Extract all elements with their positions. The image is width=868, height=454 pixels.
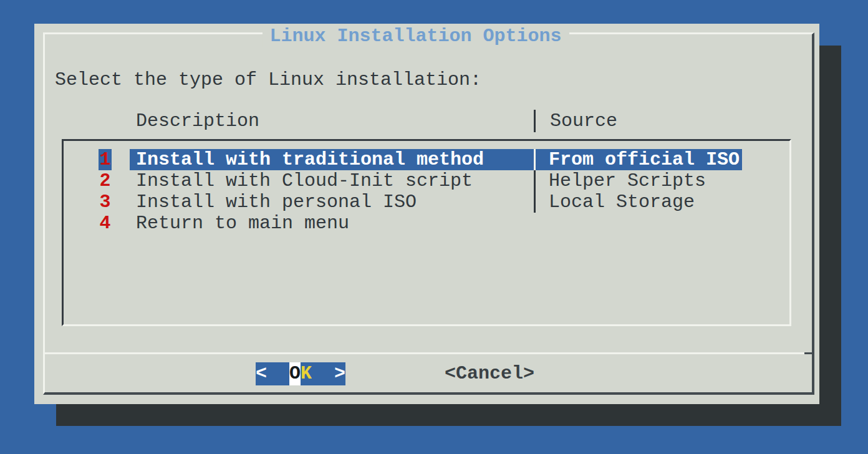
menu-item-tag: 4 bbox=[99, 213, 112, 234]
column-header-source: Source bbox=[550, 110, 617, 132]
menu-item-tag: 1 bbox=[99, 149, 112, 170]
row-column-separator bbox=[534, 170, 536, 191]
menu-item-tag: 3 bbox=[99, 191, 112, 213]
menu-item-source: Local Storage bbox=[549, 191, 695, 213]
menu-item-row-4[interactable]: 4 Return to main menu bbox=[64, 213, 789, 234]
ok-close-bracket: > bbox=[334, 362, 345, 385]
menu-item-row-2[interactable]: 2 Install with Cloud-Init script Helper … bbox=[64, 170, 789, 191]
button-area-separator bbox=[43, 352, 814, 354]
menu-item-source: Helper Scripts bbox=[549, 170, 706, 191]
menu-item-description: Install with traditional method bbox=[136, 149, 484, 170]
dialog-title: Linux Installation Options bbox=[262, 26, 569, 47]
terminal-screen: Linux Installation Options Select the ty… bbox=[0, 0, 868, 454]
ok-button[interactable]: < O K > bbox=[256, 362, 345, 385]
row-column-separator bbox=[534, 149, 536, 170]
column-header-description: Description bbox=[136, 110, 259, 132]
ok-open-bracket: < bbox=[256, 362, 267, 385]
menu-listbox: 1 Install with traditional method From o… bbox=[62, 139, 791, 326]
header-column-separator bbox=[534, 110, 536, 132]
menu-item-description: Install with personal ISO bbox=[136, 191, 417, 213]
menu-item-description: Return to main menu bbox=[136, 213, 349, 234]
dialog-message: Select the type of Linux installation: bbox=[55, 69, 481, 90]
menu-item-source: From official ISO bbox=[549, 149, 740, 170]
menu-item-tag: 2 bbox=[99, 170, 112, 191]
cancel-button[interactable]: <Cancel> bbox=[445, 362, 534, 385]
ok-hotkey-cursor: O bbox=[289, 362, 301, 385]
dialog-window: Linux Installation Options Select the ty… bbox=[34, 24, 819, 404]
menu-item-description: Install with Cloud-Init script bbox=[136, 170, 473, 191]
ok-hotkey-rest: K bbox=[301, 362, 312, 385]
menu-item-highlight: Install with traditional method From off… bbox=[130, 149, 742, 170]
button-area-separator-end bbox=[804, 352, 814, 354]
menu-item-row-1[interactable]: 1 Install with traditional method From o… bbox=[64, 149, 789, 170]
row-column-separator bbox=[534, 191, 536, 213]
menu-item-row-3[interactable]: 3 Install with personal ISO Local Storag… bbox=[64, 191, 789, 213]
